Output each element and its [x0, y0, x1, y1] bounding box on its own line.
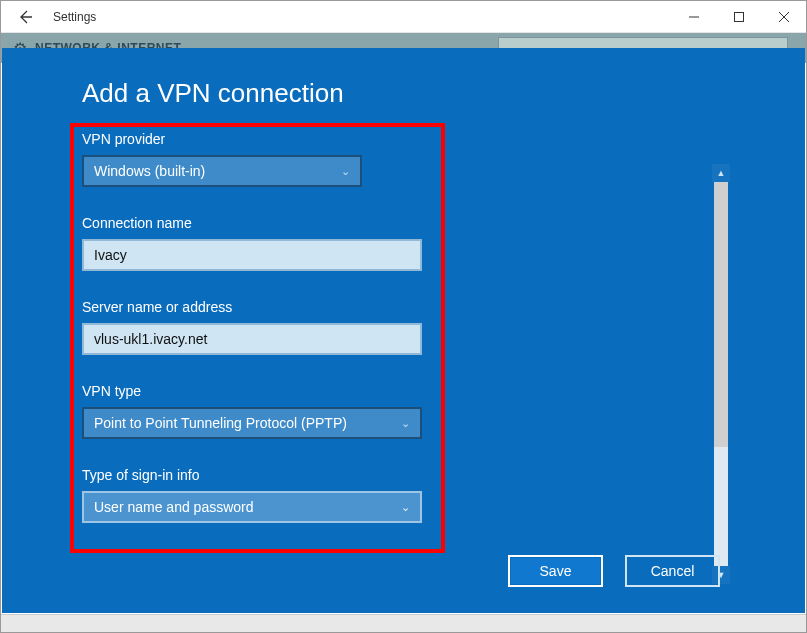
chevron-down-icon: ⌄: [341, 165, 350, 178]
svg-rect-0: [734, 12, 743, 21]
cancel-button[interactable]: Cancel: [625, 555, 720, 587]
back-button[interactable]: [1, 1, 49, 33]
field-server: Server name or address: [82, 299, 452, 355]
field-vpn-provider: VPN provider Windows (built-in) ⌄: [82, 131, 452, 187]
back-arrow-icon: [17, 9, 33, 25]
cancel-button-label: Cancel: [651, 563, 695, 579]
scroll-thumb[interactable]: [714, 182, 728, 447]
maximize-button[interactable]: [716, 1, 761, 33]
window-titlebar: Settings: [1, 1, 806, 33]
background-bottom-bar: [1, 614, 806, 632]
vpn-provider-select[interactable]: Windows (built-in) ⌄: [82, 155, 362, 187]
vpn-type-label: VPN type: [82, 383, 452, 399]
scroll-gap: [714, 447, 728, 566]
minimize-icon: [689, 12, 699, 22]
connection-name-input[interactable]: [82, 239, 422, 271]
chevron-down-icon: ⌄: [401, 501, 410, 514]
maximize-icon: [734, 12, 744, 22]
signin-select[interactable]: User name and password ⌄: [82, 491, 422, 523]
connection-name-label: Connection name: [82, 215, 452, 231]
vpn-type-select[interactable]: Point to Point Tunneling Protocol (PPTP)…: [82, 407, 422, 439]
save-button-label: Save: [540, 563, 572, 579]
dialog-title: Add a VPN connection: [82, 78, 725, 109]
close-icon: [779, 12, 789, 22]
signin-label: Type of sign-in info: [82, 467, 452, 483]
save-button[interactable]: Save: [508, 555, 603, 587]
vpn-provider-label: VPN provider: [82, 131, 452, 147]
server-label: Server name or address: [82, 299, 452, 315]
field-signin: Type of sign-in info User name and passw…: [82, 467, 452, 523]
field-connection-name: Connection name: [82, 215, 452, 271]
vpn-provider-value: Windows (built-in): [94, 163, 205, 179]
chevron-down-icon: ⌄: [401, 417, 410, 430]
dialog-button-row: Save Cancel: [508, 555, 720, 587]
close-button[interactable]: [761, 1, 806, 33]
field-vpn-type: VPN type Point to Point Tunneling Protoc…: [82, 383, 452, 439]
form-area: VPN provider Windows (built-in) ⌄ Connec…: [82, 131, 452, 523]
vpn-type-value: Point to Point Tunneling Protocol (PPTP): [94, 415, 347, 431]
signin-value: User name and password: [94, 499, 254, 515]
dialog-scrollbar[interactable]: ▲ ▼: [712, 164, 730, 584]
server-input[interactable]: [82, 323, 422, 355]
minimize-button[interactable]: [671, 1, 716, 33]
scroll-up-arrow[interactable]: ▲: [712, 164, 730, 182]
window-title: Settings: [53, 10, 96, 24]
add-vpn-dialog: Add a VPN connection VPN provider Window…: [2, 48, 805, 613]
